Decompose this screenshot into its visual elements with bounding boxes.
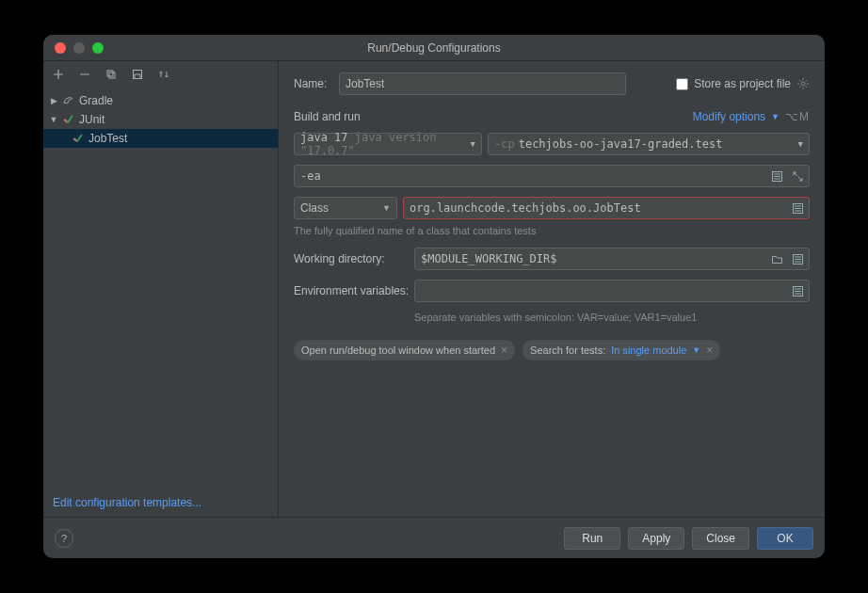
env-vars-row: Environment variables: (294, 280, 810, 302)
tag-link[interactable]: In single module (611, 345, 686, 356)
gear-icon[interactable] (796, 77, 810, 90)
save-icon[interactable] (130, 67, 145, 82)
store-row: Store as project file (676, 77, 810, 90)
vm-options-row (294, 165, 810, 187)
test-kind-select[interactable]: Class ▼ (294, 197, 397, 219)
gradle-icon (62, 94, 75, 107)
env-hint: Separate variables with semicolon: VAR=v… (414, 312, 810, 323)
shortcut-label: ⌥M (785, 110, 810, 123)
close-button[interactable]: Close (692, 527, 749, 550)
config-tree: ▶ Gradle ▼ JUnit JobTest (43, 88, 278, 489)
ok-button[interactable]: OK (757, 527, 813, 550)
tree-item-junit[interactable]: ▼ JUnit (43, 110, 278, 129)
close-icon[interactable]: × (706, 344, 713, 357)
tag-open-tool-window[interactable]: Open run/debug tool window when started … (294, 340, 515, 361)
tag-label: Search for tests: (530, 345, 605, 356)
working-dir-row: Working directory: (294, 248, 810, 270)
list-icon[interactable] (789, 282, 806, 299)
modify-options-link[interactable]: Modify options (693, 110, 765, 123)
junit-icon (72, 132, 85, 145)
tree-label: Gradle (79, 94, 113, 107)
titlebar: Run/Debug Configurations (43, 35, 825, 61)
name-input[interactable] (339, 72, 626, 95)
list-icon[interactable] (789, 250, 806, 267)
dialog-footer: ? Run Apply Close OK (43, 517, 825, 558)
tree-item-gradle[interactable]: ▶ Gradle (43, 91, 278, 110)
list-icon[interactable] (789, 200, 806, 216)
tag-search-tests[interactable]: Search for tests: In single module ▼ × (522, 340, 720, 361)
add-icon[interactable] (51, 67, 66, 82)
sort-icon[interactable] (156, 67, 171, 82)
cp-value: techjobs-oo-java17-graded.test (519, 137, 723, 151)
class-hint: The fully qualified name of a class that… (294, 225, 810, 236)
vm-options-input[interactable] (294, 165, 810, 187)
tree-label: JUnit (79, 113, 104, 126)
folder-icon[interactable] (768, 250, 785, 267)
dialog-body: ▶ Gradle ▼ JUnit JobTest Edit configurat… (43, 61, 825, 517)
env-vars-input[interactable] (414, 280, 810, 302)
classpath-select[interactable]: -cp techjobs-oo-java17-graded.test ▼ (488, 133, 810, 155)
sidebar-toolbar (43, 61, 278, 88)
name-label: Name: (294, 77, 339, 90)
junit-icon (62, 113, 75, 126)
dialog-window: Run/Debug Configurations ▶ Gradle ▼ (43, 35, 825, 558)
env-vars-label: Environment variables: (294, 284, 414, 297)
tag-label: Open run/debug tool window when started (301, 345, 495, 356)
section-title: Build and run (294, 110, 361, 123)
main-panel: Name: Store as project file Build and ru… (279, 61, 825, 517)
sidebar-footer: Edit configuration templates... (43, 489, 278, 517)
working-dir-input[interactable] (414, 248, 810, 270)
chevron-down-icon: ▼ (49, 115, 58, 124)
option-tags: Open run/debug tool window when started … (294, 340, 810, 361)
jdk-select[interactable]: java 17 java version "17.0.7" ▼ (294, 133, 482, 155)
chevron-down-icon: ▼ (798, 139, 803, 149)
cp-prefix: -cp (494, 137, 515, 151)
svg-rect-0 (107, 71, 113, 76)
name-row: Name: Store as project file (294, 72, 810, 95)
class-name-input[interactable] (403, 197, 810, 219)
remove-icon[interactable] (77, 67, 92, 82)
jdk-classpath-row: java 17 java version "17.0.7" ▼ -cp tech… (294, 133, 810, 155)
copy-icon[interactable] (104, 67, 119, 82)
svg-point-3 (801, 82, 805, 86)
test-kind-value: Class (300, 201, 329, 215)
sidebar: ▶ Gradle ▼ JUnit JobTest Edit configurat… (43, 61, 279, 517)
build-run-header: Build and run Modify options ▼ ⌥M (294, 110, 810, 123)
store-checkbox[interactable] (676, 78, 688, 90)
list-icon[interactable] (768, 168, 785, 184)
store-label: Store as project file (694, 77, 791, 90)
tree-item-jobtest[interactable]: JobTest (43, 129, 278, 148)
jdk-prefix: java 17 (300, 131, 348, 144)
edit-templates-link[interactable]: Edit configuration templates... (53, 496, 201, 509)
svg-rect-1 (109, 72, 115, 78)
chevron-down-icon: ▼ (692, 345, 700, 355)
expand-icon[interactable] (789, 168, 806, 184)
chevron-down-icon: ▼ (471, 139, 475, 149)
apply-button[interactable]: Apply (628, 527, 684, 550)
run-button[interactable]: Run (564, 527, 620, 550)
help-icon[interactable]: ? (55, 529, 73, 548)
working-dir-label: Working directory: (294, 252, 414, 265)
chevron-right-icon: ▶ (49, 96, 58, 105)
test-kind-row: Class ▼ (294, 197, 810, 219)
tree-label: JobTest (88, 132, 127, 145)
chevron-down-icon: ▼ (382, 203, 391, 213)
close-icon[interactable]: × (501, 344, 507, 357)
window-title: Run/Debug Configurations (43, 41, 825, 55)
chevron-down-icon: ▼ (771, 112, 780, 121)
